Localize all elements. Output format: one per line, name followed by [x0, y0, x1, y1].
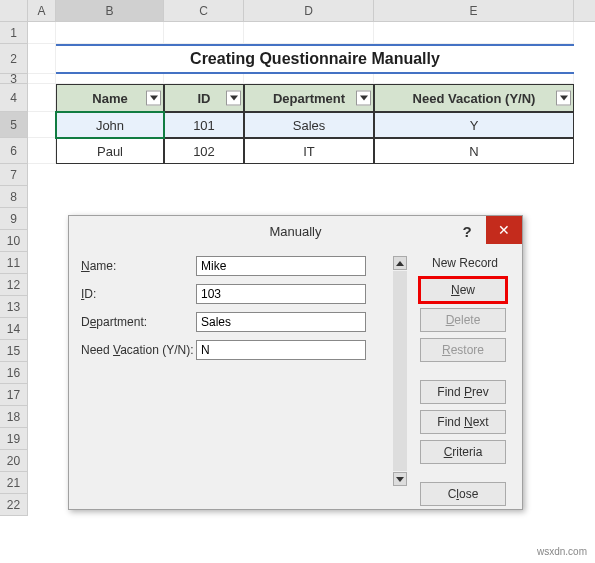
table-header-id: ID [164, 84, 244, 112]
criteria-button[interactable]: Criteria [420, 440, 506, 464]
department-label: Department: [81, 315, 196, 329]
row-header-20[interactable]: 20 [0, 450, 28, 472]
cell-B5[interactable]: John [56, 112, 164, 138]
filter-icon[interactable] [356, 91, 371, 106]
vacation-label: Need Vacation (Y/N): [81, 343, 196, 357]
vacation-field[interactable] [196, 340, 366, 360]
row-header-22[interactable]: 22 [0, 494, 28, 516]
table-header-department: Department [244, 84, 374, 112]
id-field[interactable] [196, 284, 366, 304]
scrollbar[interactable] [390, 256, 410, 486]
row-header-7[interactable]: 7 [0, 164, 28, 186]
table-row[interactable]: Paul 102 IT N [28, 138, 595, 164]
row-header-11[interactable]: 11 [0, 252, 28, 274]
find-next-button[interactable]: Find Next [420, 410, 506, 434]
name-label: Name: [81, 259, 196, 273]
row-headers: 1 2 3 4 5 6 7 8 9 10 11 12 13 14 15 16 1… [0, 22, 28, 516]
close-icon[interactable]: ✕ [486, 216, 522, 244]
select-all-corner[interactable] [0, 0, 28, 21]
row-header-5[interactable]: 5 [0, 112, 28, 138]
row-header-18[interactable]: 18 [0, 406, 28, 428]
scroll-down-icon[interactable] [393, 472, 407, 486]
col-header-B[interactable]: B [56, 0, 164, 21]
cell-D5[interactable]: Sales [244, 112, 374, 138]
column-headers: A B C D E [0, 0, 595, 22]
find-prev-button[interactable]: Find Prev [420, 380, 506, 404]
table-header-vacation: Need Vacation (Y/N) [374, 84, 574, 112]
watermark: wsxdn.com [537, 546, 587, 557]
row-header-10[interactable]: 10 [0, 230, 28, 252]
cell-E6[interactable]: N [374, 138, 574, 164]
filter-icon[interactable] [146, 91, 161, 106]
row-header-2[interactable]: 2 [0, 44, 28, 74]
cell-D6[interactable]: IT [244, 138, 374, 164]
row-header-15[interactable]: 15 [0, 340, 28, 362]
table-header-name: Name [56, 84, 164, 112]
row-header-3[interactable]: 3 [0, 74, 28, 84]
row-header-9[interactable]: 9 [0, 208, 28, 230]
cell-C5[interactable]: 101 [164, 112, 244, 138]
row-header-13[interactable]: 13 [0, 296, 28, 318]
col-header-E[interactable]: E [374, 0, 574, 21]
row-header-21[interactable]: 21 [0, 472, 28, 494]
scroll-track[interactable] [393, 271, 407, 471]
col-header-C[interactable]: C [164, 0, 244, 21]
close-button[interactable]: Close [420, 482, 506, 506]
table-row[interactable]: John 101 Sales Y [28, 112, 595, 138]
record-status: New Record [420, 256, 510, 270]
restore-button[interactable]: Restore [420, 338, 506, 362]
name-field[interactable] [196, 256, 366, 276]
row-header-16[interactable]: 16 [0, 362, 28, 384]
filter-icon[interactable] [556, 91, 571, 106]
row-header-1[interactable]: 1 [0, 22, 28, 44]
row-header-19[interactable]: 19 [0, 428, 28, 450]
filter-icon[interactable] [226, 91, 241, 106]
cell-E5[interactable]: Y [374, 112, 574, 138]
help-button[interactable]: ? [452, 216, 482, 246]
row-header-8[interactable]: 8 [0, 186, 28, 208]
col-header-A[interactable]: A [28, 0, 56, 21]
page-title: Creating Questionnaire Manually [56, 44, 574, 74]
col-header-D[interactable]: D [244, 0, 374, 21]
new-button[interactable]: New [420, 278, 506, 302]
row-header-14[interactable]: 14 [0, 318, 28, 340]
data-form-dialog: Manually ? ✕ Name: ID: Department: Need … [68, 215, 523, 510]
delete-button[interactable]: Delete [420, 308, 506, 332]
row-header-6[interactable]: 6 [0, 138, 28, 164]
cell-B6[interactable]: Paul [56, 138, 164, 164]
dialog-title: Manually ? ✕ [69, 216, 522, 246]
row-header-12[interactable]: 12 [0, 274, 28, 296]
cell-C6[interactable]: 102 [164, 138, 244, 164]
id-label: ID: [81, 287, 196, 301]
scroll-up-icon[interactable] [393, 256, 407, 270]
row-header-17[interactable]: 17 [0, 384, 28, 406]
department-field[interactable] [196, 312, 366, 332]
row-header-4[interactable]: 4 [0, 84, 28, 112]
